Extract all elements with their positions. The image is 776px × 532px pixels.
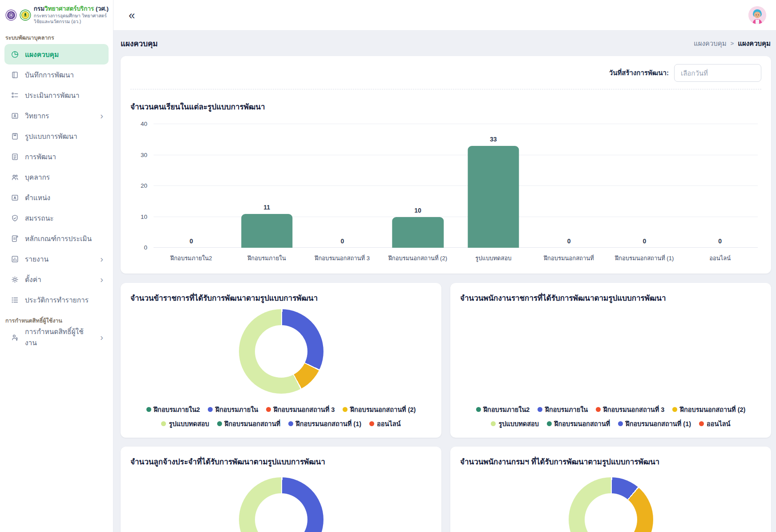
- legend-item[interactable]: ฝึกอบรมนอกสถานที่ (1): [618, 419, 691, 429]
- bar-value-label: 0: [643, 238, 646, 245]
- users-icon: [10, 173, 19, 181]
- legend-item[interactable]: ฝึกอบรมนอกสถานที่: [217, 419, 280, 429]
- bar-chart-title: จำนวนคนเรียนในแต่ละรูปแบบการพัฒนา: [130, 101, 761, 113]
- legend-label: ฝึกอบรมภายใน: [545, 404, 588, 415]
- bar-column: 0: [154, 124, 229, 248]
- x-axis-label: ฝึกอบรมภายใน2: [154, 254, 229, 263]
- sidebar-collapse-button[interactable]: «: [129, 9, 135, 21]
- chevron-right-icon: ›: [100, 254, 103, 263]
- dss-purple-logo-icon: [5, 6, 17, 24]
- legend-label: ฝึกอบรมนอกสถานที่ (1): [626, 419, 691, 429]
- bar-column: 0: [305, 124, 380, 248]
- ministry-green-logo-icon: [20, 6, 31, 24]
- sidebar-item-badge[interactable]: ตำแหน่ง: [4, 187, 109, 208]
- bar-chart: 01020304001101033000 ฝึกอบรมภายใน2ฝึกอบร…: [154, 124, 758, 263]
- sidebar-item-gear[interactable]: ตั้งค่า›: [4, 269, 109, 290]
- chart-legend: ฝึกอบรมภายใน2ฝึกอบรมภายในฝึกอบรมนอกสถานท…: [130, 404, 432, 431]
- legend-item[interactable]: ฝึกอบรมนอกสถานที่ (2): [343, 404, 416, 415]
- legend-label: ฝึกอบรมนอกสถานที่: [225, 419, 280, 429]
- bar-chart-icon: [10, 254, 19, 263]
- donut-cards-row-2: จำนวนลูกจ้างประจำที่ได้รับการพัฒนาตามรูป…: [121, 447, 771, 532]
- sidebar-item-pie-chart[interactable]: แผงควบคุม: [4, 44, 109, 64]
- breadcrumb-parent-link[interactable]: แผงควบคุม: [694, 38, 727, 49]
- checklist-icon: [10, 91, 19, 100]
- legend-item[interactable]: ฝึกอบรมนอกสถานที่ (2): [672, 404, 745, 415]
- legend-item[interactable]: ฝึกอบรมภายใน2: [146, 404, 200, 415]
- sidebar-item-shield-check[interactable]: สมรรถนะ: [4, 208, 109, 228]
- sidebar-item-users[interactable]: บุคลากร: [4, 167, 109, 187]
- donut-title: จำนวนลูกจ้างประจำที่ได้รับการพัฒนาตามรูป…: [130, 455, 432, 468]
- sidebar-item-label: บุคลากร: [25, 172, 50, 183]
- date-filter-input[interactable]: [674, 64, 761, 82]
- date-filter-label: วันที่สร้างการพัฒนา:: [609, 68, 669, 78]
- donut-area: [460, 309, 761, 404]
- legend-dot-icon: [596, 407, 601, 412]
- y-axis-tick-label: 0: [144, 244, 147, 251]
- sidebar-item-bar-chart[interactable]: รายงาน›: [4, 249, 109, 269]
- legend-dot-icon: [146, 407, 151, 412]
- legend-item[interactable]: รูปแบบทดสอบ: [491, 419, 538, 429]
- user-key-icon: [10, 333, 19, 342]
- legend-dot-icon: [476, 407, 481, 412]
- legend-dot-icon: [208, 407, 213, 412]
- sidebar-item-label: บันทึกการพัฒนา: [25, 69, 74, 81]
- breadcrumb-current: แผงควบคุม: [738, 38, 771, 49]
- legend-dot-icon: [288, 421, 293, 426]
- sidebar-section-label-system: ระบบพัฒนาบุคลากร: [0, 27, 113, 44]
- sidebar-item-id-card[interactable]: วิทยากร›: [4, 105, 109, 126]
- legend-item[interactable]: ฝึกอบรมนอกสถานที่ 3: [266, 404, 335, 415]
- legend-item[interactable]: ฝึกอบรมนอกสถานที่ (1): [288, 419, 361, 429]
- donut-title: จำนวนพนักงานราชการที่ได้รับการพัฒนาตามรู…: [460, 292, 761, 304]
- bar-column: 0: [531, 124, 607, 248]
- sidebar-item-notebook[interactable]: บันทึกการพัฒนา: [4, 64, 109, 85]
- bookmark-book-icon: [10, 132, 19, 141]
- sidebar-item-label: สมรรถนะ: [25, 213, 54, 224]
- legend-dot-icon: [547, 421, 552, 426]
- donut-area: [460, 477, 761, 532]
- legend-label: รูปแบบทดสอบ: [498, 419, 538, 429]
- bar: [241, 214, 292, 248]
- bar-chart-plot: 01020304001101033000: [154, 124, 758, 248]
- user-avatar[interactable]: [748, 6, 766, 24]
- legend-item[interactable]: ฝึกอบรมนอกสถานที่ 3: [596, 404, 664, 415]
- sidebar-item-label: แผงควบคุม: [25, 49, 59, 60]
- legend-label: ฝึกอบรมนอกสถานที่ (2): [680, 404, 745, 415]
- legend-dot-icon: [161, 421, 166, 426]
- legend-dot-icon: [699, 421, 704, 426]
- bar-column: 11: [229, 124, 305, 248]
- donut-card-government-employees: จำนวนพนักงานราชการที่ได้รับการพัฒนาตามรู…: [450, 283, 771, 438]
- donut-chart: [569, 477, 653, 532]
- donut-title: จำนวนพนักงานกรมฯ ที่ได้รับการพัฒนาตามรูป…: [460, 455, 761, 468]
- bar-column: 33: [456, 124, 531, 248]
- org-name: กรมวิทยาศาสตร์บริการ (วศ.): [34, 5, 109, 13]
- sidebar-nav-main: แผงควบคุมบันทึกการพัฒนาประเมินการพัฒนาวิ…: [0, 44, 113, 310]
- legend-item[interactable]: รูปแบบทดสอบ: [161, 419, 209, 429]
- legend-item[interactable]: ฝึกอบรมภายใน: [208, 404, 258, 415]
- donut-card-department-staff: จำนวนพนักงานกรมฯ ที่ได้รับการพัฒนาตามรูป…: [450, 447, 771, 532]
- x-axis-label: รูปแบบทดสอบ: [456, 254, 531, 263]
- sidebar-item-document[interactable]: การพัฒนา: [4, 146, 109, 167]
- x-axis-label: ฝึกอบรมภายใน: [229, 254, 305, 263]
- legend-item[interactable]: ฝึกอบรมภายใน2: [476, 404, 530, 415]
- legend-item[interactable]: ฝึกอบรมนอกสถานที่: [547, 419, 610, 429]
- sidebar-item-label: ประวัติการทำรายการ: [25, 294, 89, 306]
- legend-item[interactable]: ออนไลน์: [699, 419, 730, 429]
- id-card-icon: [10, 111, 19, 120]
- sidebar-item-history[interactable]: ประวัติการทำรายการ: [4, 290, 109, 310]
- sidebar-item-checklist[interactable]: ประเมินการพัฒนา: [4, 85, 109, 105]
- main-area: « แผงควบคุม แผงควบคุม: [113, 0, 776, 532]
- sidebar-item-scroll[interactable]: หลักเกณฑ์การประเมิน: [4, 228, 109, 249]
- legend-dot-icon: [538, 407, 542, 412]
- bar-chart-x-axis: ฝึกอบรมภายใน2ฝึกอบรมภายในฝึกอบรมนอกสถานท…: [154, 254, 758, 263]
- legend-item[interactable]: ฝึกอบรมภายใน: [538, 404, 588, 415]
- sidebar: กรมวิทยาศาสตร์บริการ (วศ.) กระทรวงการอุด…: [0, 0, 113, 532]
- sidebar-item-bookmark-book[interactable]: รูปแบบการพัฒนา: [4, 126, 109, 146]
- legend-dot-icon: [217, 421, 222, 426]
- legend-dot-icon: [618, 421, 623, 426]
- sidebar-item-user-key[interactable]: การกำหนดสิทธิ์ผู้ใช้งาน›: [4, 327, 109, 347]
- breadcrumb-separator-icon: >: [731, 40, 734, 47]
- bar-column: 0: [682, 124, 758, 248]
- legend-item[interactable]: ออนไลน์: [369, 419, 400, 429]
- x-axis-label: ฝึกอบรมนอกสถานที่: [531, 254, 607, 263]
- sidebar-item-label: ตั้งค่า: [25, 274, 41, 285]
